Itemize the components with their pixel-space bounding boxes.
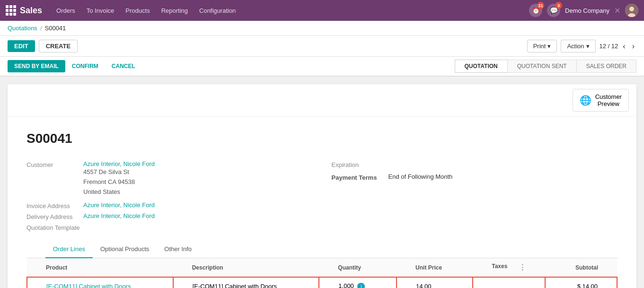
topnav-right: ⏰ 21 💬 3 Demo Company ✕	[529, 4, 638, 17]
print-chevron-icon: ▾	[547, 43, 551, 50]
main-content: 🌐 Customer Preview S00041 Customer Azure…	[0, 77, 644, 288]
customer-address: 4557 De Silva St Fremont CA 94538 United…	[83, 167, 155, 197]
field-customer: Customer Azure Interior, Nicole Ford 455…	[26, 160, 313, 231]
quotation-template-label: Quotation Template	[26, 223, 83, 231]
cancel-button[interactable]: CANCEL	[105, 60, 142, 72]
col-quantity: Quantity	[319, 258, 397, 277]
action-bar: SEND BY EMAIL CONFIRM CANCEL QUOTATION Q…	[0, 57, 644, 77]
expiration-label: Expiration	[332, 160, 388, 168]
activity-button[interactable]: ⏰ 21	[529, 4, 542, 17]
print-button[interactable]: Print ▾	[527, 40, 557, 52]
tab-optional-products[interactable]: Optional Products	[93, 241, 157, 258]
activity-badge: 21	[537, 2, 544, 9]
doc-card-header: 🌐 Customer Preview	[8, 84, 636, 117]
table-header-row: Product Description Quantity Unit Price …	[27, 258, 617, 277]
table-row: [E-COM11] Cabinet with Doors [E-COM11] C…	[27, 277, 617, 288]
invoice-address-label: Invoice Address	[26, 201, 83, 209]
payment-terms-label: Payment Terms	[332, 173, 388, 181]
messages-button[interactable]: 💬 3	[547, 4, 560, 17]
top-navigation: Sales Orders To Invoice Products Reporti…	[0, 0, 644, 21]
payment-terms-value: End of Following Month	[388, 173, 453, 180]
nav-products[interactable]: Products	[121, 5, 154, 16]
action-button[interactable]: Action ▾	[561, 40, 595, 52]
product-link[interactable]: [E-COM11] Cabinet with Doors	[46, 283, 131, 288]
col-product: Product	[27, 258, 173, 277]
col-taxes: Taxes ⋮	[473, 258, 545, 277]
pagination: 12 / 12 ‹ ›	[600, 41, 636, 52]
status-quotation[interactable]: QUOTATION	[455, 60, 507, 73]
status-pipeline: QUOTATION QUOTATION SENT SALES ORDER	[455, 60, 636, 73]
tab-order-lines[interactable]: Order Lines	[45, 241, 93, 258]
next-page-button[interactable]: ›	[630, 41, 636, 52]
svg-point-1	[629, 7, 634, 11]
col-subtotal: Subtotal	[545, 258, 617, 277]
nav-configuration[interactable]: Configuration	[194, 5, 240, 16]
action-label: Action	[567, 43, 584, 50]
document-card: 🌐 Customer Preview S00041 Customer Azure…	[8, 84, 636, 288]
column-options-icon[interactable]: ⋮	[519, 263, 526, 272]
edit-button[interactable]: EDIT	[8, 40, 35, 52]
user-avatar[interactable]	[625, 4, 638, 17]
order-table: Product Description Quantity Unit Price …	[26, 258, 618, 288]
grid-icon	[6, 5, 16, 16]
action-chevron-icon: ▾	[586, 43, 590, 50]
cell-subtotal: $ 14.00	[545, 277, 617, 288]
breadcrumb-parent[interactable]: Quotations	[8, 25, 37, 32]
nav-separator[interactable]: ✕	[614, 6, 620, 15]
app-name: Sales	[20, 6, 42, 16]
breadcrumb: Quotations / S00041	[0, 21, 644, 36]
col-description: Description	[173, 258, 319, 277]
nav-to-invoice[interactable]: To Invoice	[82, 5, 119, 16]
quantity-info-icon[interactable]: i	[357, 283, 365, 288]
cell-product: [E-COM11] Cabinet with Doors	[27, 277, 173, 288]
col-unit-price: Unit Price	[397, 258, 473, 277]
app-logo[interactable]: Sales	[6, 5, 42, 16]
status-quotation-sent[interactable]: QUOTATION SENT	[507, 60, 576, 73]
customer-preview-button[interactable]: 🌐 Customer Preview	[573, 89, 629, 112]
tab-other-info[interactable]: Other Info	[157, 241, 199, 258]
delivery-address-value[interactable]: Azure Interior, Nicole Ford	[83, 212, 155, 219]
print-label: Print	[533, 43, 546, 50]
breadcrumb-separator: /	[40, 25, 42, 32]
invoice-address-value[interactable]: Azure Interior, Nicole Ford	[83, 201, 155, 209]
field-right: Expiration Payment Terms End of Followin…	[332, 160, 618, 231]
prev-page-button[interactable]: ‹	[621, 41, 627, 52]
confirm-button[interactable]: CONFIRM	[65, 60, 105, 72]
breadcrumb-current: S00041	[45, 25, 66, 32]
pagination-count: 12 / 12	[600, 43, 618, 50]
cell-taxes	[473, 277, 545, 288]
document-title: S00041	[26, 131, 618, 146]
customer-preview-label: Customer Preview	[595, 93, 622, 107]
tabs: Order Lines Optional Products Other Info	[26, 241, 618, 258]
customer-info: Azure Interior, Nicole Ford 4557 De Silv…	[83, 160, 155, 197]
send-by-email-button[interactable]: SEND BY EMAIL	[8, 60, 65, 72]
cell-quantity: 1.000 i	[319, 277, 397, 288]
customer-name[interactable]: Azure Interior, Nicole Ford	[83, 160, 155, 167]
doc-body: S00041 Customer Azure Interior, Nicole F…	[8, 117, 636, 288]
nav-orders[interactable]: Orders	[52, 5, 80, 16]
cell-description: [E-COM11] Cabinet with Doors	[173, 277, 319, 288]
status-sales-order[interactable]: SALES ORDER	[576, 60, 636, 73]
company-name[interactable]: Demo Company	[565, 7, 609, 14]
customer-label: Customer	[26, 160, 83, 168]
create-button[interactable]: CREATE	[39, 40, 78, 52]
top-menu: Orders To Invoice Products Reporting Con…	[52, 5, 529, 16]
messages-badge: 3	[555, 2, 562, 9]
delivery-address-label: Delivery Address	[26, 212, 83, 220]
globe-icon: 🌐	[580, 95, 591, 106]
doc-fields: Customer Azure Interior, Nicole Ford 455…	[26, 160, 618, 231]
toolbar: EDIT CREATE Print ▾ Action ▾ 12 / 12 ‹ ›	[0, 36, 644, 57]
cell-unit-price: 14.00	[397, 277, 473, 288]
nav-reporting[interactable]: Reporting	[157, 5, 193, 16]
